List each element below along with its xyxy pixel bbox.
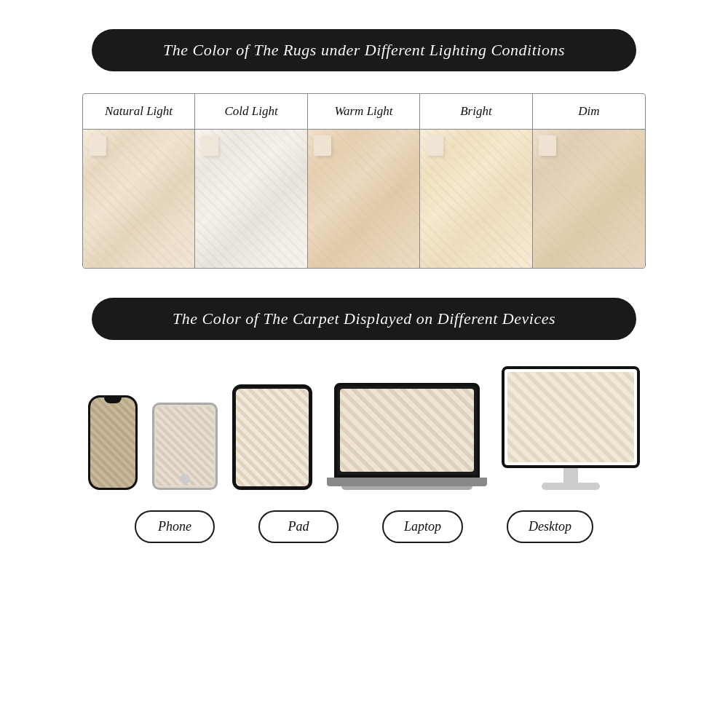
- pad-device: [152, 403, 218, 490]
- device-pad-group: [152, 403, 218, 490]
- rug-warm-light: [308, 130, 420, 268]
- rug-dim: [533, 130, 645, 268]
- device-desktop-group: [502, 366, 640, 490]
- device-tablet-group: [232, 384, 312, 490]
- laptop-screen-part: [334, 383, 480, 478]
- lighting-table: Natural Light Cold Light Warm Light Brig…: [82, 93, 646, 269]
- monitor-device: [502, 366, 640, 468]
- rug-natural-light: [83, 130, 195, 268]
- label-laptop: Laptop: [382, 510, 463, 543]
- table-header-row: Natural Light Cold Light Warm Light Brig…: [83, 94, 645, 130]
- label-desktop: Desktop: [507, 510, 593, 543]
- col-natural-light: Natural Light: [83, 94, 195, 129]
- monitor-base: [542, 483, 600, 490]
- laptop-foot: [341, 486, 472, 490]
- table-image-row: [83, 130, 645, 268]
- lighting-title-text: The Color of The Rugs under Different Li…: [163, 41, 565, 59]
- col-cold-light: Cold Light: [195, 94, 307, 129]
- col-warm-light: Warm Light: [308, 94, 420, 129]
- device-phone-group: [88, 395, 138, 490]
- col-dim: Dim: [533, 94, 645, 129]
- devices-title-text: The Color of The Carpet Displayed on Dif…: [173, 309, 555, 328]
- phone-screen: [90, 397, 135, 488]
- tablet-device: [232, 384, 312, 490]
- monitor-neck: [563, 468, 578, 483]
- phone-device: [88, 395, 138, 490]
- laptop-base: [327, 478, 487, 486]
- devices-title-banner: The Color of The Carpet Displayed on Dif…: [92, 298, 636, 340]
- rug-cold-light: [195, 130, 307, 268]
- monitor-screen: [507, 372, 634, 462]
- col-bright: Bright: [420, 94, 532, 129]
- device-laptop-group: [327, 383, 487, 490]
- label-phone: Phone: [135, 510, 215, 543]
- label-pad: Pad: [258, 510, 339, 543]
- laptop-screen: [340, 389, 474, 472]
- lighting-title-banner: The Color of The Rugs under Different Li…: [92, 29, 636, 71]
- rug-bright: [420, 130, 532, 268]
- pad-home-button: [180, 474, 190, 484]
- tablet-screen: [236, 389, 309, 486]
- devices-row: [82, 366, 646, 490]
- device-labels-row: Phone Pad Laptop Desktop: [82, 510, 646, 543]
